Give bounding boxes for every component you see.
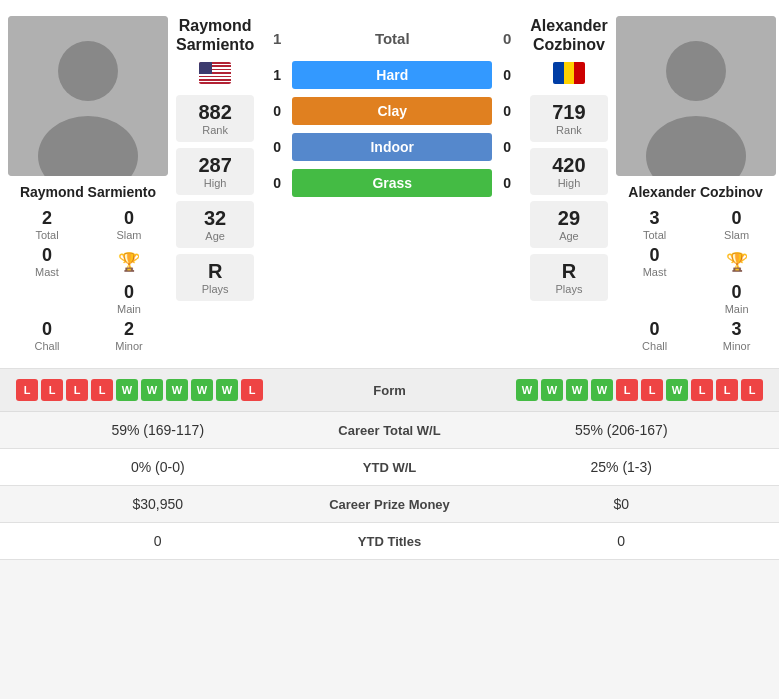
clay-score-right: 0 [492,103,522,119]
stats-right-2: $0 [480,496,764,512]
left-age-label: Age [176,230,254,242]
left-mast-value: 0 [42,245,52,266]
left-slam-value: 0 [124,208,134,229]
left-trophy-icon: 🏆 [90,245,168,278]
stats-left-1: 0% (0-0) [16,459,300,475]
right-age-box: 29 Age [530,201,607,248]
right-mast-cell: 0 Mast [616,245,694,278]
left-flag-us [199,62,231,84]
left-chall-value: 0 [42,319,52,340]
right-high-box: 420 High [530,148,607,195]
indoor-score-left: 0 [262,139,292,155]
stats-center-0: Career Total W/L [300,423,480,438]
right-age-value: 29 [530,207,607,230]
stats-row: 59% (169-117) Career Total W/L 55% (206-… [0,412,779,449]
surface-row-indoor: 0 Indoor 0 [262,133,522,161]
right-total-label: Total [643,229,666,241]
left-player-card: Raymond Sarmiento 2 Total 0 Slam 0 Mast … [8,16,168,352]
left-high-box: 287 High [176,148,254,195]
left-flag-row [199,62,231,84]
right-main-value: 0 [732,282,742,303]
left-chall-label: Chall [34,340,59,352]
right-flag-row [553,62,585,84]
total-score-left: 1 [262,30,292,47]
clay-btn[interactable]: Clay [292,97,492,125]
left-total-label: Total [35,229,58,241]
left-minor-value: 2 [124,319,134,340]
form-badges-left: LLLLWWWWWL [16,379,330,401]
stats-right-1: 25% (1-3) [480,459,764,475]
surface-section: 1 Total 0 1 Hard 0 0 Clay 0 0 Indoor 0 0 [262,16,522,352]
surface-row-grass: 0 Grass 0 [262,169,522,197]
stats-center-3: YTD Titles [300,534,480,549]
stats-center-1: YTD W/L [300,460,480,475]
stats-left-3: 0 [16,533,300,549]
form-badge-left: L [241,379,263,401]
stats-right-0: 55% (206-167) [480,422,764,438]
form-badge-right: L [741,379,763,401]
stats-row: 0 YTD Titles 0 [0,523,779,560]
right-mast-label: Mast [643,266,667,278]
left-total-cell: 2 Total [8,208,86,241]
right-mast-value: 0 [650,245,660,266]
right-slam-label: Slam [724,229,749,241]
right-player-avatar [616,16,776,176]
left-total-value: 2 [42,208,52,229]
flag-yellow [564,62,575,84]
left-main-value: 0 [124,282,134,303]
right-minor-label: Minor [723,340,751,352]
hard-score-right: 0 [492,67,522,83]
form-row: LLLLWWWWWL Form WWWWLLWLLL [0,369,779,412]
right-high-label: High [530,177,607,189]
form-badge-right: W [666,379,688,401]
right-chall-cell: 0 Chall [616,319,694,352]
right-middle-stats: Alexander Cozbinov 719 Rank 420 High 29 … [522,16,615,352]
left-age-box: 32 Age [176,201,254,248]
left-player-avatar [8,16,168,176]
grass-btn[interactable]: Grass [292,169,492,197]
form-badge-left: L [91,379,113,401]
svg-point-4 [666,41,726,101]
right-total-value: 3 [650,208,660,229]
form-badge-left: L [41,379,63,401]
form-badge-right: L [716,379,738,401]
right-slam-value: 0 [732,208,742,229]
form-badge-right: W [541,379,563,401]
left-slam-label: Slam [116,229,141,241]
right-stats-grid: 3 Total 0 Slam 0 Mast 🏆 0 Main 0 [616,208,776,352]
right-minor-cell: 3 Minor [698,319,776,352]
stats-row: $30,950 Career Prize Money $0 [0,486,779,523]
left-main-label: Main [117,303,141,315]
surface-row-hard: 1 Hard 0 [262,61,522,89]
left-center-name: Raymond Sarmiento [176,16,254,54]
form-badge-right: W [566,379,588,401]
form-badges-right: WWWWLLWLLL [450,379,764,401]
indoor-btn[interactable]: Indoor [292,133,492,161]
hard-btn[interactable]: Hard [292,61,492,89]
right-slam-cell: 0 Slam [698,208,776,241]
right-center-name: Alexander Cozbinov [530,16,607,54]
players-section: Raymond Sarmiento 2 Total 0 Slam 0 Mast … [0,0,779,369]
left-main-cell: 0 Main [90,282,168,315]
right-age-label: Age [530,230,607,242]
main-container: Raymond Sarmiento 2 Total 0 Slam 0 Mast … [0,0,779,560]
right-main-cell: 0 Main [698,282,776,315]
left-plays-box: R Plays [176,254,254,301]
clay-score-left: 0 [262,103,292,119]
stats-center-2: Career Prize Money [300,497,480,512]
left-rank-box: 882 Rank [176,95,254,142]
form-badge-right: W [591,379,613,401]
left-chall-cell: 0 Chall [8,319,86,352]
left-rank-label: Rank [176,124,254,136]
right-trophy-icon: 🏆 [698,245,776,278]
flag-blue [553,62,564,84]
grass-score-left: 0 [262,175,292,191]
hard-score-left: 1 [262,67,292,83]
right-chall-value: 0 [650,319,660,340]
right-player-name: Alexander Cozbinov [628,184,763,200]
left-high-value: 287 [176,154,254,177]
form-badge-left: W [216,379,238,401]
left-slam-cell: 0 Slam [90,208,168,241]
left-middle-stats: Raymond Sarmiento 882 Rank 287 High 32 A… [168,16,262,352]
form-badge-left: W [116,379,138,401]
